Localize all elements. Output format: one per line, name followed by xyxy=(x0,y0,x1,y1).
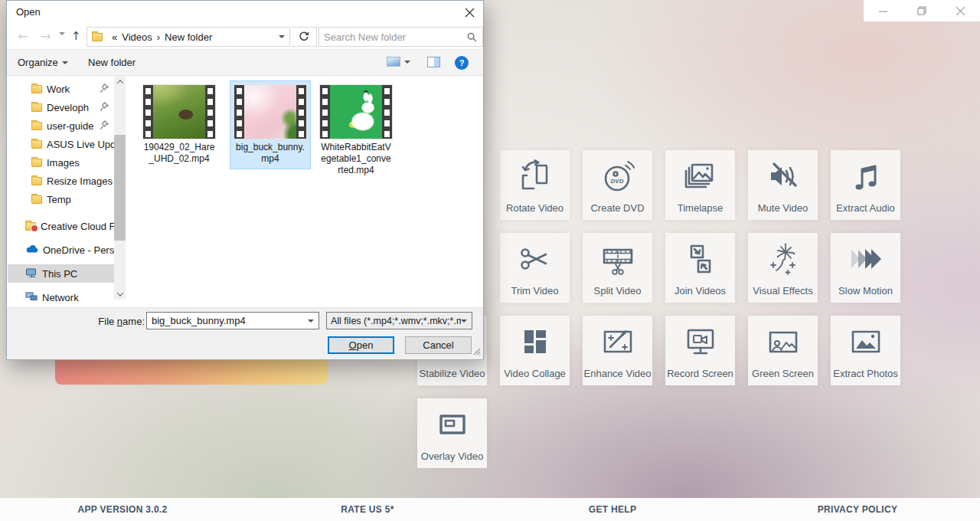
forward-icon[interactable]: → xyxy=(41,29,51,44)
dialog-toolbar: Organize New folder ? xyxy=(7,50,483,76)
sidebar-item-this-pc[interactable]: This PC xyxy=(8,264,114,283)
tile-label: Join Videos xyxy=(665,285,735,297)
video-thumbnail xyxy=(320,85,392,139)
footer-link-app-version[interactable]: APP VERSION 3.0.2 xyxy=(0,504,245,515)
search-field xyxy=(318,27,483,47)
tile-label: Create DVD xyxy=(583,202,652,214)
footer-link-rate-us[interactable]: RATE US 5* xyxy=(245,504,490,515)
refresh-icon xyxy=(299,31,309,42)
footer-link-privacy-policy[interactable]: PRIVACY POLICY xyxy=(735,504,980,515)
create-dvd-icon: DVD xyxy=(599,156,636,196)
folder-icon xyxy=(31,85,42,93)
tile-label: Record Screen xyxy=(665,368,735,379)
close-icon xyxy=(956,7,965,15)
folder-icon xyxy=(31,122,42,130)
organize-menu[interactable]: Organize xyxy=(18,57,68,68)
up-icon[interactable]: ↑ xyxy=(71,29,81,43)
file-type-select[interactable]: All files (*.mp4;*.wmv;*.mkv;*.m xyxy=(326,312,472,329)
file-item-white-rabbit[interactable]: WhiteRabbitEatVegetable1_converted.mp4 xyxy=(315,80,397,181)
tile-extract-audio[interactable]: Extract Audio xyxy=(831,150,900,220)
timelapse-icon xyxy=(682,156,719,196)
file-name: big_buck_bunny.mp4 xyxy=(234,142,306,165)
footer-link-get-help[interactable]: GET HELP xyxy=(490,504,735,515)
file-name-field xyxy=(146,312,319,329)
open-button[interactable]: Open xyxy=(328,336,394,354)
sidebar-item-asus-live-update[interactable]: ASUS Live Updat xyxy=(8,135,114,153)
file-item-hare[interactable]: 190429_02_Hare_UHD_02.mp4 xyxy=(139,80,220,169)
file-name: 190429_02_Hare_UHD_02.mp4 xyxy=(143,142,215,165)
network-icon xyxy=(25,291,38,303)
sidebar-item-network[interactable]: Network xyxy=(8,288,114,306)
sidebar-item-work[interactable]: Work xyxy=(8,80,114,98)
screen: Rotate Video DVD Create DVD Timelapse xyxy=(0,0,980,521)
tile-extract-photos[interactable]: Extract Photos xyxy=(831,316,900,385)
search-input[interactable] xyxy=(319,31,467,43)
chevron-up-icon xyxy=(116,80,122,86)
tile-visual-effects[interactable]: Visual Effects xyxy=(748,233,818,303)
tile-label: Enhance Video xyxy=(583,368,652,379)
new-folder-label: New folder xyxy=(88,57,136,68)
overlay-video-icon xyxy=(434,405,471,444)
tile-trim-video[interactable]: Trim Video xyxy=(500,233,570,303)
tile-label: Timelapse xyxy=(665,202,735,214)
file-name-input[interactable] xyxy=(147,315,308,326)
restore-button[interactable] xyxy=(903,0,942,21)
preview-pane-button[interactable] xyxy=(427,57,440,67)
sidebar-item-resize-images[interactable]: Resize Images xyxy=(8,172,114,190)
split-video-icon xyxy=(599,239,636,279)
cancel-button[interactable]: Cancel xyxy=(405,336,472,354)
dialog-close-button[interactable] xyxy=(460,4,479,21)
help-icon: ? xyxy=(455,56,469,70)
minimize-button[interactable] xyxy=(864,0,903,21)
scroll-up-button[interactable] xyxy=(114,76,126,87)
sidebar-scrollbar[interactable] xyxy=(114,76,126,300)
sidebar-item-images[interactable]: Images xyxy=(8,153,114,172)
view-mode-button[interactable] xyxy=(387,57,410,67)
history-dropdown-icon[interactable] xyxy=(59,35,65,47)
file-name: WhiteRabbitEatVegetable1_converted.mp4 xyxy=(320,142,392,176)
svg-text:DVD: DVD xyxy=(610,178,623,185)
tile-label: Visual Effects xyxy=(748,285,818,297)
breadcrumb-item-videos[interactable]: Videos xyxy=(122,31,152,43)
sidebar-item-creative-cloud-files[interactable]: Creative Cloud File xyxy=(8,217,114,235)
sidebar-item-onedrive[interactable]: OneDrive - Person xyxy=(8,241,114,259)
resize-grip[interactable] xyxy=(472,346,481,358)
tile-mute-video[interactable]: Mute Video xyxy=(748,150,818,220)
close-window-button[interactable] xyxy=(941,0,980,21)
address-dropdown-icon[interactable] xyxy=(279,35,285,38)
folder-icon xyxy=(31,159,42,167)
help-button[interactable]: ? xyxy=(455,56,469,70)
breadcrumb-item-new-folder[interactable]: New folder xyxy=(165,31,212,43)
tile-enhance-video[interactable]: Enhance Video xyxy=(583,316,652,385)
file-list: 190429_02_Hare_UHD_02.mp4 big_buck_bunny… xyxy=(126,76,483,307)
tile-label: Split Video xyxy=(583,285,652,297)
sidebar-item-user-guide[interactable]: user-guide xyxy=(8,116,114,135)
tile-label: Mute Video xyxy=(748,202,818,214)
chevron-down-icon[interactable] xyxy=(308,319,314,323)
rotate-video-icon xyxy=(517,156,554,196)
scrollbar-thumb[interactable] xyxy=(114,135,126,241)
breadcrumb-overflow[interactable]: « xyxy=(112,31,117,43)
sidebar-item-developh[interactable]: Developh xyxy=(8,98,114,116)
extract-audio-icon xyxy=(848,156,884,196)
sidebar: Work Developh user-guide ASUS Live Updat… xyxy=(8,76,114,307)
tile-rotate-video[interactable]: Rotate Video xyxy=(500,150,570,220)
tile-create-dvd[interactable]: DVD Create DVD xyxy=(583,150,652,220)
sidebar-item-temp[interactable]: Temp xyxy=(8,190,114,208)
breadcrumb[interactable]: « Videos › New folder xyxy=(87,27,290,47)
back-icon[interactable]: ← xyxy=(18,29,28,44)
scroll-down-button[interactable] xyxy=(114,288,126,300)
tile-split-video[interactable]: Split Video xyxy=(583,233,652,303)
video-thumbnail xyxy=(234,85,306,139)
tile-video-collage[interactable]: Video Collage xyxy=(500,316,570,385)
new-folder-button[interactable]: New folder xyxy=(88,57,136,68)
tile-overlay-video[interactable]: Overlay Video xyxy=(417,398,487,468)
chevron-down-icon xyxy=(461,319,467,323)
refresh-button[interactable] xyxy=(292,27,317,47)
tile-record-screen[interactable]: Record Screen xyxy=(665,316,735,385)
tile-join-videos[interactable]: Join Videos xyxy=(665,233,735,303)
tile-green-screen[interactable]: Green Screen xyxy=(748,316,818,385)
tile-slow-motion[interactable]: Slow Motion xyxy=(831,233,900,303)
file-item-big-buck-bunny[interactable]: big_buck_bunny.mp4 xyxy=(230,80,311,169)
tile-timelapse[interactable]: Timelapse xyxy=(665,150,735,220)
